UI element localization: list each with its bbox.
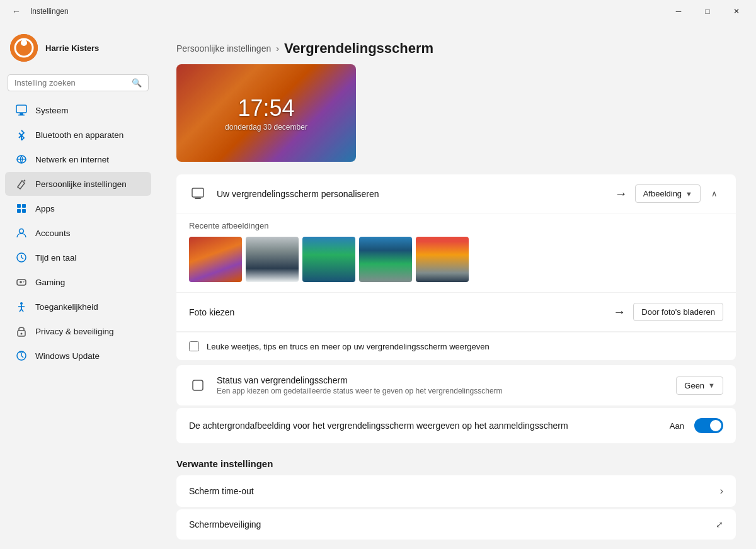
personalize-action: → Afbeelding ▼ ∧ [615,184,723,203]
status-action: Geen ▼ [676,376,723,395]
schermbeveiliging-label: Schermbeveiliging [189,519,706,529]
image-thumb-4[interactable] [359,237,412,282]
image-thumb-2[interactable] [246,237,299,282]
status-icon [189,376,207,394]
images-row [189,237,723,282]
search-box[interactable]: 🔍 [8,74,149,91]
scherm-timeout-card: Scherm time-out › [176,475,736,507]
sidebar-label-tijd: Tijd en taal [35,253,77,263]
maximize-button[interactable]: □ [693,1,722,21]
sidebar-item-tijd[interactable]: Tijd en taal [5,246,151,269]
sidebar-label-privacy: Privacy & beveiliging [35,327,114,336]
toegankelijkheid-icon [15,300,28,313]
weetjes-checkbox[interactable] [189,341,199,351]
background-row: De achtergrondafbeelding voor het vergre… [176,408,736,443]
main-content: Persoonlijke instellingen › Vergrendelin… [156,23,756,549]
background-card: De achtergrondafbeelding voor het vergre… [176,408,736,443]
windows-update-icon [15,349,28,362]
background-toggle[interactable] [694,418,723,433]
background-label: De achtergrondafbeelding voor het vergre… [189,421,660,431]
sidebar-item-systeem[interactable]: Systeem [5,98,151,122]
netwerk-icon [15,153,28,166]
personalize-dropdown[interactable]: Afbeelding ▼ [635,184,701,203]
personalize-row: Uw vergrendelingsscherm personaliseren →… [176,174,736,213]
image-thumb-5[interactable] [416,237,469,282]
svg-point-27 [21,333,23,335]
related-settings-title: Verwante instellingen [176,458,736,469]
svg-rect-4 [20,113,23,115]
none-dropdown-arrow: ▼ [708,382,715,389]
sidebar-item-privacy[interactable]: Privacy & beveiliging [5,319,151,343]
sidebar-item-persoonlijk[interactable]: Persoonlijke instellingen [5,172,151,196]
sidebar-item-apps[interactable]: Apps [5,196,151,220]
sidebar-item-bluetooth[interactable]: Bluetooth en apparaten [5,123,151,147]
foto-kiezen-text: Foto kiezen [189,307,603,317]
svg-rect-31 [193,380,203,390]
status-row: Status van vergrendelingsscherm Een app … [176,365,736,405]
svg-rect-9 [22,204,26,208]
breadcrumb-parent[interactable]: Persoonlijke instellingen [176,43,271,54]
foto-kiezen-button[interactable]: Door foto's bladeren [633,303,723,321]
dropdown-label: Afbeelding [643,189,682,198]
lockscreen-time: 17:54 [238,95,294,122]
svg-point-21 [20,302,23,305]
toggle-label: Aan [670,421,684,431]
sidebar-item-toegankelijkheid[interactable]: Toegankelijkheid [5,295,151,319]
sidebar-nav: Systeem Bluetooth en apparaten Netwerk e… [0,98,156,544]
user-name: Harrie Kisters [45,43,99,53]
foto-kiezen-row: Foto kiezen → Door foto's bladeren [176,292,736,332]
close-button[interactable]: ✕ [722,1,751,21]
background-text: De achtergrondafbeelding voor het vergre… [189,421,660,431]
svg-rect-30 [195,198,201,199]
background-action: Aan [670,418,723,433]
svg-rect-5 [18,115,25,116]
schermbeveiliging-card: Schermbeveiliging ⤢ [176,509,736,540]
status-dropdown[interactable]: Geen ▼ [676,376,723,395]
back-button[interactable]: ← [8,3,25,20]
svg-point-20 [23,281,24,282]
image-thumb-3[interactable] [302,237,355,282]
titlebar: ← Instellingen ─ □ ✕ [0,0,756,23]
privacy-icon [15,325,28,337]
schermbeveiliging-row[interactable]: Schermbeveiliging ⤢ [176,509,736,540]
tijd-icon [15,251,28,264]
svg-rect-10 [17,209,21,213]
titlebar-title: Instellingen [30,7,69,16]
lockscreen-overlay: 17:54 donderdag 30 december [176,64,356,162]
sidebar-label-bluetooth: Bluetooth en apparaten [35,130,123,140]
personalize-label: Uw vergrendelingsscherm personaliseren [217,189,605,199]
sidebar: Harrie Kisters 🔍 Systeem Bluetooth en ap… [0,23,156,549]
image-thumb-1[interactable] [189,237,242,282]
expand-button[interactable]: ∧ [706,185,723,203]
scherm-timeout-action: › [720,485,723,497]
scherm-timeout-text: Scherm time-out [189,486,710,496]
personalize-arrow: → [615,186,627,201]
scherm-timeout-label: Scherm time-out [189,486,710,496]
sidebar-label-apps: Apps [35,204,55,213]
titlebar-controls: ─ □ ✕ [664,1,751,21]
lockscreen-preview: 17:54 donderdag 30 december [176,64,356,162]
status-card: Status van vergrendelingsscherm Een app … [176,365,736,405]
sidebar-label-systeem: Systeem [35,106,69,115]
sidebar-label-accounts: Accounts [35,229,71,238]
status-label: Status van vergrendelingsscherm [217,375,666,385]
search-input[interactable] [14,78,132,88]
svg-rect-8 [17,204,21,208]
sidebar-item-accounts[interactable]: Accounts [5,221,151,245]
schermbeveiliging-action: ⤢ [716,519,723,529]
foto-kiezen-btn-label: Door foto's bladeren [641,307,715,317]
svg-line-7 [24,180,25,181]
status-text: Status van vergrendelingsscherm Een app … [217,375,666,395]
sidebar-item-windows-update[interactable]: Windows Update [5,344,151,368]
sidebar-item-gaming[interactable]: Gaming [5,270,151,294]
feedback-row[interactable]: Feedback geven [176,542,736,549]
checkbox-label: Leuke weetjes, tips en trucs en meer op … [207,342,490,351]
scherm-timeout-row[interactable]: Scherm time-out › [176,475,736,507]
sidebar-item-netwerk[interactable]: Netwerk en internet [5,147,151,171]
breadcrumb-separator: › [276,43,279,54]
bluetooth-icon [15,128,28,141]
persoonlijk-icon [15,178,28,190]
avatar [10,34,38,62]
foto-arrow-icon: → [613,305,626,319]
minimize-button[interactable]: ─ [664,1,693,21]
